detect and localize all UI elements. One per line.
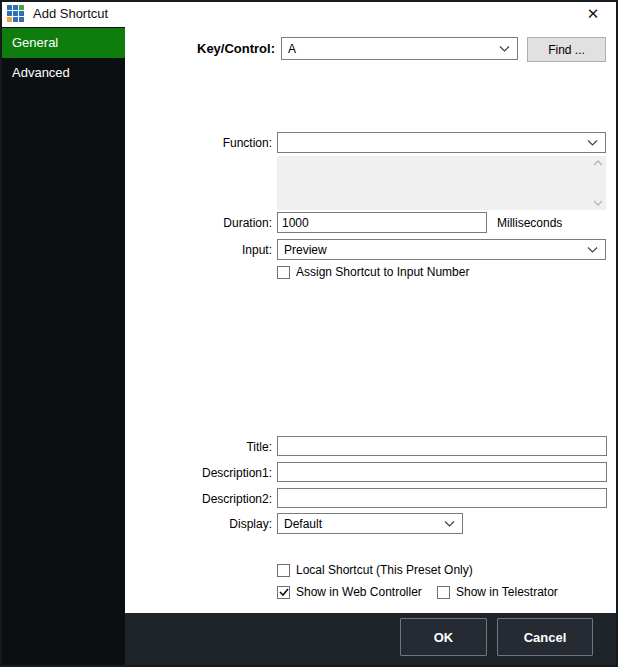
display-value: Default	[284, 514, 322, 533]
cancel-button[interactable]: Cancel	[497, 618, 593, 656]
chevron-down-icon	[587, 246, 598, 253]
check-icon	[279, 587, 289, 597]
find-button[interactable]: Find ...	[527, 37, 606, 62]
chevron-down-icon	[587, 139, 598, 146]
title-label: Title:	[125, 437, 272, 457]
show-in-web-controller-checkbox[interactable]: Show in Web Controller	[277, 585, 422, 599]
scrollbar-down-button[interactable]	[592, 199, 603, 207]
input-value: Preview	[284, 240, 327, 259]
duration-unit-label: Milliseconds	[497, 213, 607, 233]
sidebar-item-general[interactable]: General	[0, 28, 125, 58]
duration-label: Duration:	[125, 213, 272, 233]
description1-input[interactable]	[277, 462, 607, 482]
display-select[interactable]: Default	[277, 513, 463, 534]
function-description-listbox[interactable]	[277, 156, 606, 210]
checkbox-box	[277, 586, 290, 599]
key-control-value: A	[288, 38, 296, 59]
description1-label: Description1:	[125, 463, 272, 483]
sidebar-item-advanced[interactable]: Advanced	[0, 58, 125, 88]
key-control-select[interactable]: A	[281, 37, 518, 60]
app-logo-icon	[7, 5, 24, 22]
add-shortcut-dialog: Add Shortcut ✕ General Advanced Key/Cont…	[0, 0, 618, 667]
key-control-label: Key/Control:	[125, 39, 275, 59]
description2-label: Description2:	[125, 489, 272, 509]
ok-button[interactable]: OK	[400, 618, 487, 656]
title-input[interactable]	[277, 436, 607, 456]
checkbox-box	[437, 586, 450, 599]
checkbox-label: Show in Telestrator	[456, 585, 558, 599]
input-label: Input:	[125, 240, 272, 260]
checkbox-label: Local Shortcut (This Preset Only)	[296, 563, 473, 577]
assign-to-input-number-checkbox[interactable]: Assign Shortcut to Input Number	[277, 265, 469, 279]
show-in-telestrator-checkbox[interactable]: Show in Telestrator	[437, 585, 558, 599]
function-select[interactable]	[277, 132, 606, 153]
checkbox-label: Show in Web Controller	[296, 585, 422, 599]
window-title: Add Shortcut	[33, 0, 108, 27]
input-select[interactable]: Preview	[277, 239, 606, 260]
function-label: Function:	[125, 133, 272, 153]
display-label: Display:	[125, 514, 272, 534]
scrollbar-up-button[interactable]	[592, 159, 603, 167]
titlebar[interactable]: Add Shortcut ✕	[0, 0, 618, 27]
checkbox-label: Assign Shortcut to Input Number	[296, 265, 469, 279]
checkbox-box	[277, 266, 290, 279]
chevron-down-icon	[444, 520, 455, 527]
close-button[interactable]: ✕	[576, 1, 610, 26]
duration-input[interactable]	[277, 212, 487, 233]
checkbox-box	[277, 564, 290, 577]
close-icon: ✕	[587, 5, 600, 23]
chevron-up-icon	[593, 160, 603, 166]
sidebar: General Advanced	[0, 27, 125, 667]
local-shortcut-checkbox[interactable]: Local Shortcut (This Preset Only)	[277, 563, 473, 577]
description2-input[interactable]	[277, 488, 607, 508]
dialog-footer: OK Cancel	[125, 613, 618, 667]
chevron-down-icon	[499, 45, 510, 52]
chevron-down-icon	[593, 200, 603, 206]
